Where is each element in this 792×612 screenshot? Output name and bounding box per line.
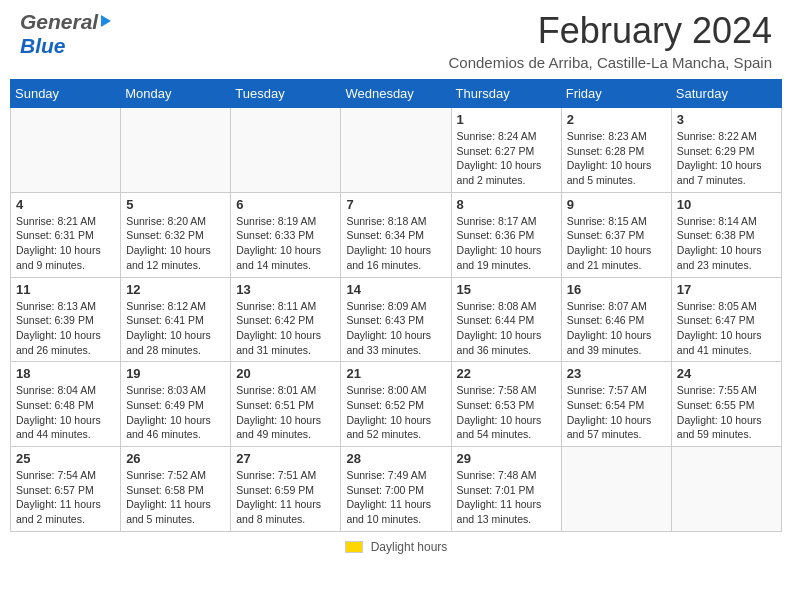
day-number: 15	[457, 282, 556, 297]
calendar-header-monday: Monday	[121, 80, 231, 108]
logo: General Blue	[20, 10, 110, 58]
day-number: 27	[236, 451, 335, 466]
day-number: 7	[346, 197, 445, 212]
day-number: 17	[677, 282, 776, 297]
day-info: Sunrise: 8:07 AM Sunset: 6:46 PM Dayligh…	[567, 299, 666, 358]
day-info: Sunrise: 8:14 AM Sunset: 6:38 PM Dayligh…	[677, 214, 776, 273]
calendar-header-sunday: Sunday	[11, 80, 121, 108]
day-info: Sunrise: 8:15 AM Sunset: 6:37 PM Dayligh…	[567, 214, 666, 273]
calendar-cell: 21Sunrise: 8:00 AM Sunset: 6:52 PM Dayli…	[341, 362, 451, 447]
calendar-cell: 16Sunrise: 8:07 AM Sunset: 6:46 PM Dayli…	[561, 277, 671, 362]
calendar-cell: 26Sunrise: 7:52 AM Sunset: 6:58 PM Dayli…	[121, 447, 231, 532]
day-number: 20	[236, 366, 335, 381]
calendar-week-row: 18Sunrise: 8:04 AM Sunset: 6:48 PM Dayli…	[11, 362, 782, 447]
calendar-cell: 20Sunrise: 8:01 AM Sunset: 6:51 PM Dayli…	[231, 362, 341, 447]
day-info: Sunrise: 7:48 AM Sunset: 7:01 PM Dayligh…	[457, 468, 556, 527]
calendar-cell: 2Sunrise: 8:23 AM Sunset: 6:28 PM Daylig…	[561, 108, 671, 193]
calendar-cell	[121, 108, 231, 193]
calendar-cell: 7Sunrise: 8:18 AM Sunset: 6:34 PM Daylig…	[341, 192, 451, 277]
day-info: Sunrise: 8:17 AM Sunset: 6:36 PM Dayligh…	[457, 214, 556, 273]
day-number: 12	[126, 282, 225, 297]
calendar-cell: 14Sunrise: 8:09 AM Sunset: 6:43 PM Dayli…	[341, 277, 451, 362]
day-number: 6	[236, 197, 335, 212]
day-info: Sunrise: 8:04 AM Sunset: 6:48 PM Dayligh…	[16, 383, 115, 442]
calendar-cell	[341, 108, 451, 193]
calendar-cell: 25Sunrise: 7:54 AM Sunset: 6:57 PM Dayli…	[11, 447, 121, 532]
day-number: 5	[126, 197, 225, 212]
day-number: 24	[677, 366, 776, 381]
logo-blue: Blue	[20, 34, 66, 57]
calendar-cell: 23Sunrise: 7:57 AM Sunset: 6:54 PM Dayli…	[561, 362, 671, 447]
calendar-header-thursday: Thursday	[451, 80, 561, 108]
day-number: 28	[346, 451, 445, 466]
legend-box-icon	[345, 541, 363, 553]
calendar-cell	[671, 447, 781, 532]
day-info: Sunrise: 7:58 AM Sunset: 6:53 PM Dayligh…	[457, 383, 556, 442]
calendar-week-row: 11Sunrise: 8:13 AM Sunset: 6:39 PM Dayli…	[11, 277, 782, 362]
logo-arrow-icon	[101, 15, 111, 27]
calendar-cell	[561, 447, 671, 532]
day-number: 19	[126, 366, 225, 381]
day-info: Sunrise: 8:05 AM Sunset: 6:47 PM Dayligh…	[677, 299, 776, 358]
calendar-header-tuesday: Tuesday	[231, 80, 341, 108]
calendar-cell	[11, 108, 121, 193]
day-info: Sunrise: 7:54 AM Sunset: 6:57 PM Dayligh…	[16, 468, 115, 527]
day-info: Sunrise: 8:20 AM Sunset: 6:32 PM Dayligh…	[126, 214, 225, 273]
calendar-week-row: 1Sunrise: 8:24 AM Sunset: 6:27 PM Daylig…	[11, 108, 782, 193]
calendar-header-wednesday: Wednesday	[341, 80, 451, 108]
day-info: Sunrise: 7:49 AM Sunset: 7:00 PM Dayligh…	[346, 468, 445, 527]
day-info: Sunrise: 8:22 AM Sunset: 6:29 PM Dayligh…	[677, 129, 776, 188]
day-info: Sunrise: 7:55 AM Sunset: 6:55 PM Dayligh…	[677, 383, 776, 442]
calendar-cell: 10Sunrise: 8:14 AM Sunset: 6:38 PM Dayli…	[671, 192, 781, 277]
day-number: 11	[16, 282, 115, 297]
day-number: 21	[346, 366, 445, 381]
calendar-cell: 28Sunrise: 7:49 AM Sunset: 7:00 PM Dayli…	[341, 447, 451, 532]
day-info: Sunrise: 7:57 AM Sunset: 6:54 PM Dayligh…	[567, 383, 666, 442]
calendar-header-row: SundayMondayTuesdayWednesdayThursdayFrid…	[11, 80, 782, 108]
day-number: 14	[346, 282, 445, 297]
day-number: 8	[457, 197, 556, 212]
calendar-cell: 1Sunrise: 8:24 AM Sunset: 6:27 PM Daylig…	[451, 108, 561, 193]
day-number: 29	[457, 451, 556, 466]
title-block: February 2024 Condemios de Arriba, Casti…	[448, 10, 772, 71]
calendar-cell: 5Sunrise: 8:20 AM Sunset: 6:32 PM Daylig…	[121, 192, 231, 277]
logo-general: General	[20, 10, 98, 34]
calendar-header-friday: Friday	[561, 80, 671, 108]
day-number: 16	[567, 282, 666, 297]
calendar-cell: 18Sunrise: 8:04 AM Sunset: 6:48 PM Dayli…	[11, 362, 121, 447]
day-info: Sunrise: 8:11 AM Sunset: 6:42 PM Dayligh…	[236, 299, 335, 358]
calendar-week-row: 4Sunrise: 8:21 AM Sunset: 6:31 PM Daylig…	[11, 192, 782, 277]
subtitle: Condemios de Arriba, Castille-La Mancha,…	[448, 54, 772, 71]
day-number: 10	[677, 197, 776, 212]
calendar-cell: 29Sunrise: 7:48 AM Sunset: 7:01 PM Dayli…	[451, 447, 561, 532]
calendar-cell: 19Sunrise: 8:03 AM Sunset: 6:49 PM Dayli…	[121, 362, 231, 447]
day-number: 22	[457, 366, 556, 381]
calendar-cell: 3Sunrise: 8:22 AM Sunset: 6:29 PM Daylig…	[671, 108, 781, 193]
day-info: Sunrise: 8:23 AM Sunset: 6:28 PM Dayligh…	[567, 129, 666, 188]
day-info: Sunrise: 7:51 AM Sunset: 6:59 PM Dayligh…	[236, 468, 335, 527]
legend: Daylight hours	[10, 540, 782, 554]
page-header: General Blue February 2024 Condemios de …	[0, 0, 792, 73]
day-number: 3	[677, 112, 776, 127]
calendar-cell: 8Sunrise: 8:17 AM Sunset: 6:36 PM Daylig…	[451, 192, 561, 277]
calendar-week-row: 25Sunrise: 7:54 AM Sunset: 6:57 PM Dayli…	[11, 447, 782, 532]
day-info: Sunrise: 8:00 AM Sunset: 6:52 PM Dayligh…	[346, 383, 445, 442]
main-title: February 2024	[448, 10, 772, 52]
calendar-cell: 6Sunrise: 8:19 AM Sunset: 6:33 PM Daylig…	[231, 192, 341, 277]
day-number: 9	[567, 197, 666, 212]
day-number: 1	[457, 112, 556, 127]
calendar-cell: 11Sunrise: 8:13 AM Sunset: 6:39 PM Dayli…	[11, 277, 121, 362]
day-number: 2	[567, 112, 666, 127]
day-number: 13	[236, 282, 335, 297]
calendar-header-saturday: Saturday	[671, 80, 781, 108]
calendar-cell: 4Sunrise: 8:21 AM Sunset: 6:31 PM Daylig…	[11, 192, 121, 277]
calendar-cell: 17Sunrise: 8:05 AM Sunset: 6:47 PM Dayli…	[671, 277, 781, 362]
day-number: 25	[16, 451, 115, 466]
day-number: 23	[567, 366, 666, 381]
day-info: Sunrise: 8:13 AM Sunset: 6:39 PM Dayligh…	[16, 299, 115, 358]
calendar-cell: 12Sunrise: 8:12 AM Sunset: 6:41 PM Dayli…	[121, 277, 231, 362]
calendar-cell: 13Sunrise: 8:11 AM Sunset: 6:42 PM Dayli…	[231, 277, 341, 362]
day-number: 4	[16, 197, 115, 212]
day-info: Sunrise: 8:24 AM Sunset: 6:27 PM Dayligh…	[457, 129, 556, 188]
calendar-cell: 9Sunrise: 8:15 AM Sunset: 6:37 PM Daylig…	[561, 192, 671, 277]
